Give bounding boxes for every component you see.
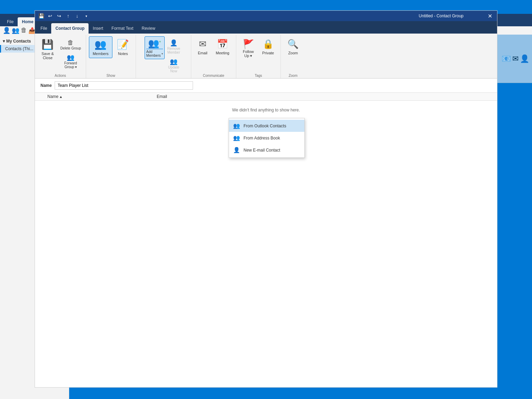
ribbon-group-tags: 🚩 FollowUp ▾ 🔒 Private Tags <box>236 35 281 78</box>
ribbon-tab-row: File Contact Group Insert Format Text Re… <box>35 21 497 34</box>
table-icon-col <box>40 94 47 99</box>
follow-up-icon: 🚩 <box>243 39 254 49</box>
tab-file[interactable]: File <box>36 23 51 34</box>
private-button[interactable]: 🔒 Private <box>258 36 278 57</box>
outlook-new-group-icon: 👥 <box>12 27 19 34</box>
follow-up-button[interactable]: 🚩 FollowUp ▾ <box>239 36 258 61</box>
qat-redo-button[interactable]: ↪ <box>55 12 63 20</box>
outlook-delete-icon: 🗑 <box>21 27 27 34</box>
quick-access-toolbar: 💾 ↩ ↪ ↑ ↓ ▾ Untitled - Contact Group ✕ <box>35 11 497 21</box>
dropdown-from-outlook[interactable]: 👥 From Outlook Contacts <box>229 120 304 132</box>
tab-format-text[interactable]: Format Text <box>107 23 137 34</box>
save-close-button[interactable]: 💾 Save &Close <box>38 36 57 62</box>
tags-label: Tags <box>255 72 262 78</box>
name-input[interactable] <box>55 81 193 90</box>
email-button[interactable]: ✉ Email <box>194 36 211 57</box>
empty-text: We didn't find anything to show here. <box>232 108 300 112</box>
contact-group-window: 💾 ↩ ↪ ↑ ↓ ▾ Untitled - Contact Group ✕ F… <box>35 10 497 388</box>
save-close-icon: 💾 <box>42 39 54 50</box>
ribbon-content: 💾 Save &Close 🗑 Delete Group 👥 ForwardGr… <box>35 34 497 79</box>
communicate-buttons: ✉ Email 📅 Meeting <box>194 35 233 72</box>
tags-buttons: 🚩 FollowUp ▾ 🔒 Private <box>239 35 278 72</box>
qat-down-button[interactable]: ↓ <box>73 12 81 20</box>
members-button[interactable]: 👥 Members <box>89 36 112 58</box>
ribbon-group-show: 👥 Members 📝 Notes Show <box>86 35 136 78</box>
ribbon-group-zoom: 🔍 Zoom Zoom <box>281 35 305 78</box>
qat-undo-button[interactable]: ↩ <box>46 12 54 20</box>
show-label: Show <box>107 72 115 78</box>
remove-member-button[interactable]: 👤 RemoveMember <box>165 38 182 56</box>
communicate-label: Communicate <box>203 72 224 78</box>
qat-more-button[interactable]: ▾ <box>82 12 90 20</box>
ribbon-group-communicate: ✉ Email 📅 Meeting Communicate <box>191 35 236 78</box>
notes-button[interactable]: 📝 Notes <box>113 36 133 58</box>
table-header: Name ▲ Email <box>35 93 497 101</box>
email-icon: ✉ <box>199 39 207 49</box>
zoom-button[interactable]: 🔍 Zoom <box>284 36 302 57</box>
dropdown-from-address[interactable]: 👥 From Address Book <box>229 132 304 144</box>
zoom-label: Zoom <box>288 72 297 78</box>
forward-group-icon: 👥 <box>67 54 74 61</box>
delete-group-button[interactable]: 🗑 Delete Group <box>58 38 83 52</box>
meeting-button[interactable]: 📅 Meeting <box>212 36 233 57</box>
window-title: Untitled - Contact Group <box>419 13 464 18</box>
col-email-header: Email <box>151 94 492 99</box>
window-close-bg[interactable]: ✕ <box>485 13 495 19</box>
from-outlook-icon: 👥 <box>233 123 240 129</box>
private-icon: 🔒 <box>263 39 274 49</box>
notes-icon: 📝 <box>117 39 129 50</box>
outlook-new-contact-icon: 👤 <box>3 27 10 34</box>
qat-up-button[interactable]: ↑ <box>64 12 72 20</box>
add-members-dropdown: 👥 From Outlook Contacts 👥 From Address B… <box>229 118 305 158</box>
qat-save-button[interactable]: 💾 <box>37 12 45 20</box>
add-members-icon: 👥+ <box>148 38 161 49</box>
from-address-icon: 👥 <box>233 135 240 141</box>
dropdown-new-email[interactable]: 👤 New E-mail Contact <box>229 144 304 156</box>
delete-group-icon: 🗑 <box>67 39 74 46</box>
tab-review[interactable]: Review <box>138 23 159 34</box>
remove-member-icon: 👤 <box>170 39 177 47</box>
form-name-row: Name <box>35 79 497 93</box>
actions-buttons: 💾 Save &Close 🗑 Delete Group 👥 ForwardGr… <box>38 35 83 72</box>
members-icon: 👥 <box>94 39 107 50</box>
zoom-buttons: 🔍 Zoom <box>284 35 302 72</box>
meeting-icon: 📅 <box>217 39 228 49</box>
ribbon-group-members: 👥+ AddMembers ▾ 👤 RemoveMember 👥 UpdateN… <box>136 35 191 78</box>
new-email-icon: 👤 <box>233 147 240 153</box>
members-buttons: 👥+ AddMembers ▾ 👤 RemoveMember 👥 UpdateN… <box>145 35 182 76</box>
col-name-header[interactable]: Name ▲ <box>47 94 151 99</box>
tab-contact-group[interactable]: Contact Group <box>51 23 89 34</box>
actions-label: Actions <box>55 72 66 78</box>
add-members-button[interactable]: 👥+ AddMembers ▾ <box>145 36 165 59</box>
ribbon-group-actions: 💾 Save &Close 🗑 Delete Group 👥 ForwardGr… <box>35 35 86 78</box>
update-now-icon: 👥 <box>170 58 177 65</box>
name-label: Name <box>40 83 52 88</box>
show-buttons: 👥 Members 📝 Notes <box>89 35 133 72</box>
update-now-button[interactable]: 👥 UpdateNow <box>165 56 182 74</box>
zoom-icon: 🔍 <box>287 39 299 49</box>
tab-insert[interactable]: Insert <box>89 23 107 34</box>
forward-group-button[interactable]: 👥 ForwardGroup ▾ <box>58 52 83 70</box>
